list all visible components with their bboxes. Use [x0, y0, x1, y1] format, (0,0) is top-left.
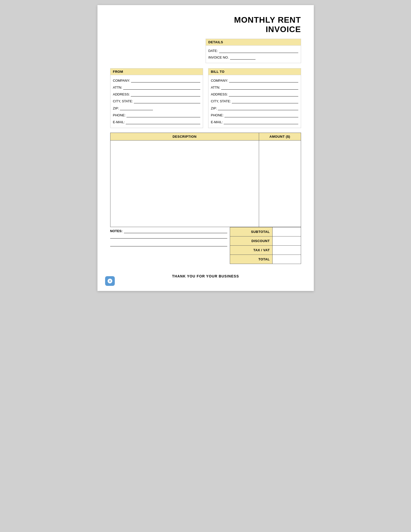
bottom-brand-icon	[105, 276, 115, 286]
subtotal-value[interactable]	[272, 227, 301, 236]
billto-company-input[interactable]	[229, 78, 298, 82]
billto-citystate-input[interactable]	[232, 99, 298, 103]
discount-value[interactable]	[272, 236, 301, 245]
tax-row: TAX / VAT	[230, 245, 301, 255]
summary-section: NOTES: SUBTOTAL DISCOUNT TAX / VAT	[110, 227, 301, 264]
notes-extra-line2	[110, 246, 227, 246]
invoice-header: MONTHLY RENT INVOICE	[110, 15, 301, 34]
from-body: COMPANY: ATTN: ADDRESS: CITY, STATE: ZIP…	[110, 75, 203, 128]
from-attn-input[interactable]	[123, 86, 200, 90]
from-email-input[interactable]	[126, 120, 200, 124]
from-zip-input[interactable]	[120, 106, 153, 110]
billto-header: BILL TO	[208, 68, 301, 75]
notes-field: NOTES:	[110, 229, 227, 233]
invoice-title: MONTHLY RENT INVOICE	[110, 15, 301, 34]
invoice-no-underline[interactable]	[230, 55, 256, 60]
discount-row: DISCOUNT	[230, 236, 301, 245]
summary-table: SUBTOTAL DISCOUNT TAX / VAT TOTAL	[230, 227, 301, 264]
invoice-no-field: INVOICE NO.	[208, 54, 298, 61]
from-company-input[interactable]	[131, 78, 200, 82]
date-underline[interactable]	[219, 49, 298, 53]
description-table: DESCRIPTION AMOUNT ($)	[110, 133, 301, 227]
billto-attn-input[interactable]	[221, 86, 298, 90]
total-value[interactable]	[272, 255, 301, 264]
billto-email-input[interactable]	[224, 120, 298, 124]
amount-cell[interactable]	[259, 140, 301, 227]
notes-input[interactable]	[124, 229, 227, 233]
from-phone-input[interactable]	[126, 113, 200, 117]
from-address-input[interactable]	[131, 92, 200, 96]
details-body: DATE: INVOICE NO.	[206, 46, 301, 63]
from-section: FROM COMPANY: ATTN: ADDRESS: CITY, STATE…	[110, 68, 203, 128]
notes-area: NOTES:	[110, 227, 230, 264]
thank-you-text: THANK YOU FOR YOUR BUSINESS	[110, 274, 301, 278]
billto-body: COMPANY: ATTN: ADDRESS: CITY, STATE: ZIP…	[208, 75, 301, 128]
from-header: FROM	[110, 68, 203, 75]
col-amount-header: AMOUNT ($)	[259, 133, 301, 140]
details-section: DETAILS DATE: INVOICE NO.	[206, 39, 301, 63]
billto-section: BILL TO COMPANY: ATTN: ADDRESS: CITY, ST…	[208, 68, 301, 128]
table-row	[110, 140, 301, 227]
col-description-header: DESCRIPTION	[110, 133, 259, 140]
total-row: TOTAL	[230, 255, 301, 264]
from-citystate-input[interactable]	[134, 99, 200, 103]
billto-address-input[interactable]	[229, 92, 298, 96]
subtotal-row: SUBTOTAL	[230, 227, 301, 236]
brand-svg-icon	[107, 278, 113, 284]
billto-phone-input[interactable]	[224, 113, 298, 117]
invoice-page: MONTHLY RENT INVOICE DETAILS DATE: INVOI…	[97, 5, 314, 291]
tax-value[interactable]	[272, 245, 301, 255]
address-section: FROM COMPANY: ATTN: ADDRESS: CITY, STATE…	[110, 68, 301, 128]
details-header: DETAILS	[206, 39, 301, 46]
billto-zip-input[interactable]	[218, 106, 298, 110]
notes-extra-line1	[110, 238, 227, 239]
description-cell[interactable]	[110, 140, 259, 227]
date-field: DATE:	[208, 48, 298, 54]
